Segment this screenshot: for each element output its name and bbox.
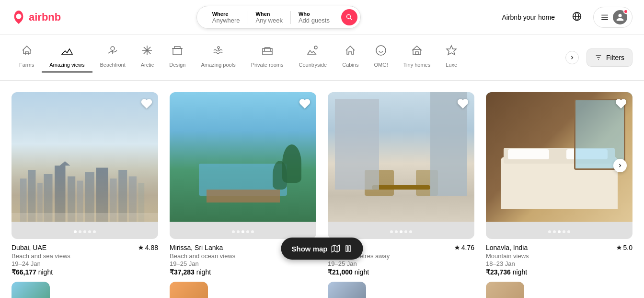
image-dots-2 <box>232 230 254 233</box>
filters-icon <box>595 54 602 61</box>
svg-marker-47 <box>332 245 340 252</box>
svg-rect-23 <box>415 52 418 55</box>
filters-label: Filters <box>606 54 624 61</box>
category-private-rooms-label: Private rooms <box>251 62 284 68</box>
category-amazing-views[interactable]: Amazing views <box>42 43 92 72</box>
category-countryside-label: Countryside <box>299 62 327 68</box>
svg-rect-51 <box>349 246 350 251</box>
category-beachfront[interactable]: Beachfront <box>92 43 133 72</box>
svg-marker-43 <box>138 245 143 250</box>
language-button[interactable] <box>568 8 586 27</box>
listing-price-1: ₹66,177 night <box>12 268 158 276</box>
wishlist-button-1[interactable] <box>141 98 152 109</box>
svg-rect-35 <box>77 181 83 222</box>
listing-card-6[interactable] <box>170 282 316 298</box>
filters-button[interactable]: Filters <box>586 48 632 67</box>
header: airbnb Where Anywhere When Any week Who … <box>0 0 644 35</box>
image-dots-3 <box>390 230 412 233</box>
listing-dates-2: 19–25 Jan <box>170 260 316 267</box>
design-icon <box>172 45 183 59</box>
listing-location-1: Dubai, UAE <box>12 244 46 251</box>
category-farms[interactable]: Farms <box>12 43 42 72</box>
wishlist-button-2[interactable] <box>299 98 310 109</box>
date-segment[interactable]: When Any week <box>248 11 291 24</box>
category-amazing-pools-label: Amazing pools <box>201 62 235 68</box>
svg-rect-50 <box>346 246 347 251</box>
private-rooms-icon <box>262 45 273 59</box>
listing-card-8[interactable] <box>486 282 632 298</box>
svg-rect-32 <box>55 166 66 222</box>
category-next-arrow[interactable] <box>565 51 579 64</box>
svg-marker-45 <box>455 245 460 250</box>
listing-card-4[interactable]: Lonavla, India 5.0 Mountain views 18–23 … <box>486 92 632 276</box>
show-map-container: Show map <box>281 238 363 260</box>
category-list: Farms Amazing views Beachfront Arctic De… <box>12 43 562 72</box>
listing-card-7[interactable] <box>328 282 474 298</box>
category-tiny-homes[interactable]: Tiny homes <box>396 43 438 72</box>
category-design-label: Design <box>169 62 185 68</box>
listing-location-2: Mirissa, Sri Lanka <box>170 244 223 251</box>
user-menu[interactable] <box>593 7 632 28</box>
airbnb-home-button[interactable]: Airbnb your home <box>496 9 561 26</box>
partial-listings <box>0 282 644 298</box>
wishlist-button-3[interactable] <box>457 98 469 109</box>
svg-rect-28 <box>20 179 27 222</box>
listing-image-6 <box>170 282 208 298</box>
date-value: Any week <box>256 17 283 24</box>
listing-image-1 <box>12 92 158 239</box>
listing-card-1[interactable]: Dubai, UAE 4.88 Beach and sea views 19–2… <box>12 92 158 276</box>
amazing-views-icon <box>61 45 73 59</box>
svg-marker-33 <box>60 161 70 166</box>
listing-dates-1: 19–24 Jan <box>12 260 158 267</box>
pause-icon <box>344 244 353 253</box>
category-amazing-views-label: Amazing views <box>49 62 84 68</box>
svg-point-8 <box>111 47 115 50</box>
category-design[interactable]: Design <box>161 43 193 72</box>
guests-segment[interactable]: Who Add guests <box>291 11 337 24</box>
listing-card-5[interactable] <box>12 282 158 298</box>
category-cabins-label: Cabins <box>342 62 358 68</box>
listing-rating-3: 4.76 <box>454 244 474 251</box>
svg-point-0 <box>346 15 350 19</box>
category-private-rooms[interactable]: Private rooms <box>243 43 291 72</box>
listing-location-4: Lonavla, India <box>486 244 528 251</box>
listing-price-4: ₹23,736 night <box>486 268 632 276</box>
listing-info-4: Lonavla, India 5.0 Mountain views 18–23 … <box>486 239 632 276</box>
listing-image-7 <box>328 282 366 298</box>
date-label: When <box>256 11 283 17</box>
listing-image-8 <box>486 282 524 298</box>
hamburger-icon <box>600 13 609 22</box>
listing-info-1: Dubai, UAE 4.88 Beach and sea views 19–2… <box>12 239 158 276</box>
farms-icon <box>21 45 33 59</box>
location-value: Anywhere <box>212 17 240 24</box>
listing-price-3: ₹21,000 night <box>328 268 474 276</box>
show-map-button[interactable]: Show map <box>281 238 363 260</box>
category-luxe-label: Luxe <box>446 62 457 68</box>
wishlist-button-4[interactable] <box>615 98 627 109</box>
next-image-arrow-4[interactable] <box>613 159 627 172</box>
category-cabins[interactable]: Cabins <box>334 43 366 72</box>
guests-label: Who <box>299 11 330 17</box>
category-countryside[interactable]: Countryside <box>291 43 335 72</box>
svg-marker-24 <box>447 46 456 55</box>
listing-image-4 <box>486 92 632 239</box>
location-segment[interactable]: Where Anywhere <box>205 11 248 24</box>
svg-point-18 <box>314 46 317 49</box>
amazing-pools-icon <box>213 45 224 59</box>
listing-image-3 <box>328 92 474 239</box>
category-luxe[interactable]: Luxe <box>438 43 465 72</box>
category-amazing-pools[interactable]: Amazing pools <box>193 43 243 72</box>
image-dots-4 <box>548 230 570 233</box>
search-button[interactable] <box>341 9 357 25</box>
search-bar[interactable]: Where Anywhere When Any week Who Add gue… <box>196 6 361 29</box>
logo[interactable]: airbnb <box>12 10 61 24</box>
svg-rect-30 <box>37 183 43 222</box>
listing-rating-4: 5.0 <box>616 244 632 251</box>
guests-value: Add guests <box>299 17 330 24</box>
luxe-icon <box>446 45 457 59</box>
listing-dates-3: 19–25 Jan <box>328 260 474 267</box>
svg-point-15 <box>218 47 219 48</box>
listing-image-2 <box>170 92 316 239</box>
category-omg[interactable]: OMG! <box>366 43 395 72</box>
category-arctic[interactable]: Arctic <box>133 43 162 72</box>
